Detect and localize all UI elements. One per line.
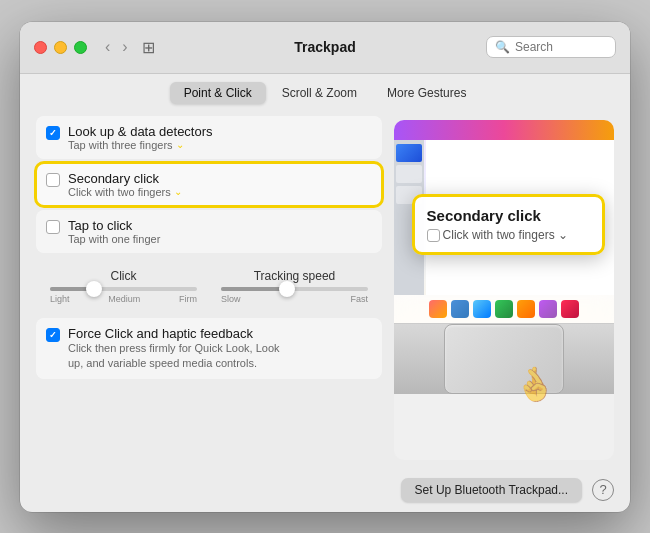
grid-icon[interactable]: ⊞: [142, 38, 155, 57]
tracking-speed-fill: [221, 287, 287, 291]
search-box[interactable]: 🔍: [486, 36, 616, 58]
overlay-title: Secondary click: [427, 207, 591, 224]
nav-buttons: ‹ ›: [101, 36, 132, 58]
lookup-row: Look up & data detectors Tap with three …: [36, 116, 382, 159]
content-area: Look up & data detectors Tap with three …: [20, 110, 630, 472]
forward-button[interactable]: ›: [118, 36, 131, 58]
secondary-click-sublabel: Click with two fingers ⌄: [68, 186, 182, 198]
lookup-sublabel: Tap with three fingers ⌄: [68, 139, 213, 151]
overlay-checkbox[interactable]: [427, 229, 440, 242]
overlay-dropdown-arrow[interactable]: ⌄: [558, 228, 568, 242]
search-input[interactable]: [515, 40, 607, 54]
tap-click-checkbox[interactable]: [46, 220, 60, 234]
secondary-click-text: Secondary click Click with two fingers ⌄: [68, 171, 182, 198]
dock-icon-3: [473, 300, 491, 318]
bluetooth-trackpad-button[interactable]: Set Up Bluetooth Trackpad...: [401, 478, 582, 502]
dock-icon-1: [429, 300, 447, 318]
tracking-speed-slider-group: Tracking speed Slow Fast: [217, 269, 372, 304]
tap-click-label: Tap to click: [68, 218, 160, 233]
tracking-speed-thumb[interactable]: [279, 281, 295, 297]
force-click-label: Force Click and haptic feedback: [68, 326, 288, 341]
click-slider-group: Click Light Medium Firm: [46, 269, 201, 304]
force-click-row: Force Click and haptic feedback Click th…: [36, 318, 382, 380]
window-title: Trackpad: [294, 39, 355, 55]
tap-click-row: Tap to click Tap with one finger: [36, 210, 382, 253]
trackpad-window: ‹ › ⊞ Trackpad 🔍 Point & Click Scroll & …: [20, 22, 630, 512]
tab-more-gestures[interactable]: More Gestures: [373, 82, 480, 104]
lookup-dropdown-arrow[interactable]: ⌄: [176, 139, 184, 150]
lookup-text: Look up & data detectors Tap with three …: [68, 124, 213, 151]
click-slider-ticks: Light Medium Firm: [46, 291, 201, 304]
force-click-text: Force Click and haptic feedback Click th…: [68, 326, 288, 372]
secondary-click-checkbox[interactable]: [46, 173, 60, 187]
tab-scroll-zoom[interactable]: Scroll & Zoom: [268, 82, 371, 104]
lookup-checkbox-area[interactable]: [46, 126, 60, 140]
click-slider-track[interactable]: [50, 287, 197, 291]
trackpad-area: 🤞: [394, 324, 614, 394]
tap-click-checkbox-area[interactable]: [46, 220, 60, 234]
maximize-button[interactable]: [74, 41, 87, 54]
right-panel: MARKET Secondary click Clic: [394, 120, 614, 460]
dock-icon-2: [451, 300, 469, 318]
secondary-click-row: Secondary click Click with two fingers ⌄: [36, 163, 382, 206]
tap-click-sublabel: Tap with one finger: [68, 233, 160, 245]
tab-point-click[interactable]: Point & Click: [170, 82, 266, 104]
lookup-checkbox[interactable]: [46, 126, 60, 140]
tabs-bar: Point & Click Scroll & Zoom More Gesture…: [20, 74, 630, 110]
force-click-checkbox[interactable]: [46, 328, 60, 342]
dock-icon-6: [539, 300, 557, 318]
click-slider-label: Click: [46, 269, 201, 283]
tap-click-text: Tap to click Tap with one finger: [68, 218, 160, 245]
overlay-sublabel: Click with two fingers ⌄: [427, 228, 591, 242]
minimize-button[interactable]: [54, 41, 67, 54]
tracking-speed-ticks: Slow Fast: [217, 291, 372, 304]
secondary-click-checkbox-area[interactable]: [46, 173, 60, 187]
secondary-click-dropdown-arrow[interactable]: ⌄: [174, 186, 182, 197]
secondary-click-overlay: Secondary click Click with two fingers ⌄: [412, 194, 606, 255]
left-panel: Look up & data detectors Tap with three …: [36, 116, 382, 460]
close-button[interactable]: [34, 41, 47, 54]
dock-icon-5: [517, 300, 535, 318]
force-click-checkbox-area[interactable]: [46, 328, 60, 342]
title-bar: ‹ › ⊞ Trackpad 🔍: [20, 22, 630, 74]
traffic-lights: [34, 41, 87, 54]
lookup-label: Look up & data detectors: [68, 124, 213, 139]
bottom-bar: Set Up Bluetooth Trackpad... ?: [20, 472, 630, 512]
help-button[interactable]: ?: [592, 479, 614, 501]
force-click-description: Click then press firmly for Quick Look, …: [68, 341, 288, 372]
click-slider-thumb[interactable]: [86, 281, 102, 297]
sliders-section: Click Light Medium Firm Tracking speed: [36, 261, 382, 312]
dock-icon-4: [495, 300, 513, 318]
dock-icon-7: [561, 300, 579, 318]
app-dock: [394, 295, 614, 323]
tracking-speed-track[interactable]: [221, 287, 368, 291]
search-icon: 🔍: [495, 40, 510, 54]
secondary-click-label: Secondary click: [68, 171, 182, 186]
tracking-speed-label: Tracking speed: [217, 269, 372, 283]
back-button[interactable]: ‹: [101, 36, 114, 58]
